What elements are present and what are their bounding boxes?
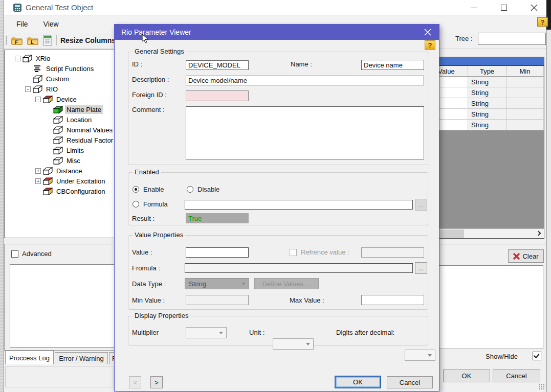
folder-l-icon[interactable]: L: [27, 35, 39, 45]
cell-type[interactable]: String: [468, 77, 506, 87]
clear-button[interactable]: Clear: [508, 249, 544, 263]
tree-item-location[interactable]: Location: [5, 114, 117, 125]
tree-item-label[interactable]: RIO: [45, 85, 59, 94]
reference-value-checkbox[interactable]: [290, 249, 297, 256]
collapse-icon[interactable]: -: [25, 86, 31, 92]
vp-formula-input[interactable]: [185, 263, 413, 273]
tree-item-label[interactable]: Name Plate: [65, 105, 103, 114]
tree-field-input[interactable]: [478, 33, 546, 45]
foreign-id-input[interactable]: [186, 90, 249, 101]
table-row[interactable]: String: [425, 77, 544, 87]
comment-textarea[interactable]: [186, 106, 424, 159]
folder-f-icon[interactable]: F: [11, 35, 23, 45]
cell-type[interactable]: String: [468, 87, 506, 98]
tree-item-label[interactable]: CBConfiguration: [55, 187, 106, 196]
max-value-input[interactable]: [361, 295, 424, 305]
column-header-type[interactable]: Type: [468, 66, 506, 77]
tree-item-label[interactable]: Distance: [55, 167, 84, 175]
tree-item-custom[interactable]: Custom: [5, 74, 117, 84]
enable-radio[interactable]: [133, 186, 139, 193]
tree-item-cbconfiguration[interactable]: CBConfiguration: [5, 186, 117, 196]
tree-item-name-plate[interactable]: Name Plate: [5, 104, 117, 114]
tree-item-label[interactable]: Device: [55, 95, 78, 104]
show-hide-checkbox[interactable]: [533, 352, 541, 360]
tree-item-nominal-values[interactable]: Nominal Values: [5, 125, 117, 135]
cell-type[interactable]: String: [468, 120, 506, 130]
collapse-icon[interactable]: -: [15, 56, 20, 61]
tree-item-distance[interactable]: +Distance: [5, 166, 117, 176]
cell-min[interactable]: [506, 109, 544, 120]
unit-dropdown[interactable]: [273, 338, 314, 350]
minimize-button[interactable]: [464, 1, 484, 15]
cell-min[interactable]: [506, 87, 544, 98]
vp-formula-browse-button[interactable]: ...: [415, 262, 427, 274]
enabled-formula-browse-button[interactable]: ...: [415, 199, 427, 211]
tree-item-label[interactable]: Residual Factor: [65, 136, 115, 145]
menu-file[interactable]: File: [11, 15, 33, 33]
value-input[interactable]: [186, 247, 249, 258]
tree-item-label[interactable]: XRio: [34, 54, 52, 63]
grid-sheet-icon[interactable]: [42, 35, 53, 46]
tree-item-label[interactable]: Limits: [65, 146, 85, 155]
table-row[interactable]: String: [425, 120, 544, 130]
tab-process-log[interactable]: Proccess Log: [5, 351, 54, 364]
maximize-button[interactable]: [494, 1, 514, 15]
cell-min[interactable]: [506, 98, 544, 109]
table-h-scrollbar[interactable]: [425, 228, 544, 238]
formula-radio[interactable]: [133, 201, 139, 207]
next-button[interactable]: >: [150, 376, 163, 388]
tree-item-label[interactable]: Script Functions: [45, 64, 95, 73]
min-value-input[interactable]: [186, 295, 249, 305]
tree-item-label[interactable]: Misc: [65, 156, 82, 165]
dialog-close-icon[interactable]: [424, 29, 431, 36]
scroll-right-icon[interactable]: [536, 231, 541, 236]
tree-item-label[interactable]: Location: [65, 116, 93, 124]
enabled-formula-label: Formula: [143, 200, 168, 209]
description-input[interactable]: [186, 76, 424, 85]
dialog-titlebar[interactable]: Rio Parameter Viewer: [115, 25, 439, 40]
cell-min[interactable]: [506, 120, 544, 130]
tree-item-residual-factor[interactable]: Residual Factor: [5, 135, 117, 145]
advanced-checkbox[interactable]: [11, 250, 18, 258]
expand-icon[interactable]: +: [35, 168, 41, 174]
name-input[interactable]: [361, 60, 424, 70]
expand-icon[interactable]: +: [35, 178, 41, 184]
dialog-ok-button[interactable]: OK: [335, 376, 381, 388]
column-header-min[interactable]: Min: [506, 66, 544, 77]
tree-item-script-functions[interactable]: Script Functions: [5, 63, 117, 74]
tree-item-misc[interactable]: Misc: [5, 155, 117, 166]
collapse-icon[interactable]: -: [35, 97, 41, 102]
table-row[interactable]: String: [425, 98, 544, 109]
tree-item-device[interactable]: -Device: [5, 94, 117, 104]
advanced-listbox[interactable]: [10, 264, 117, 348]
tree-item-under-excitation[interactable]: +Under Excitation: [5, 176, 117, 186]
dialog-cancel-button[interactable]: Cancel: [387, 376, 433, 388]
tab-error-warning[interactable]: Error / Warning: [55, 352, 108, 364]
enabled-formula-input[interactable]: [185, 200, 413, 210]
multiplier-dropdown[interactable]: [186, 327, 227, 338]
close-button[interactable]: [524, 1, 544, 15]
tree-item-xrio[interactable]: -XRio: [5, 53, 117, 63]
table-caption-bar[interactable]: [425, 57, 544, 66]
digits-dropdown[interactable]: [405, 350, 435, 361]
main-help-button[interactable]: ?: [537, 17, 548, 27]
tree-item-label[interactable]: Under Excitation: [55, 177, 106, 186]
tree-item-label[interactable]: Custom: [45, 75, 71, 83]
result-listbox[interactable]: [426, 265, 543, 349]
menu-view[interactable]: View: [38, 15, 64, 33]
cell-type[interactable]: String: [468, 98, 506, 109]
table-row[interactable]: String: [425, 109, 544, 120]
tree-item-label[interactable]: Nominal Values: [65, 126, 114, 134]
panel-cancel-button[interactable]: Cancel: [493, 370, 540, 382]
tree-item-rio[interactable]: -RIO: [5, 84, 117, 94]
panel-ok-button[interactable]: OK: [443, 370, 490, 382]
tree-item-limits[interactable]: Limits: [5, 145, 117, 155]
cell-min[interactable]: [506, 77, 544, 87]
cell-type[interactable]: String: [468, 109, 506, 120]
dialog-help-button[interactable]: ?: [425, 40, 435, 50]
disable-radio[interactable]: [187, 186, 193, 193]
prev-button[interactable]: <: [129, 376, 141, 388]
id-input[interactable]: [186, 60, 249, 70]
resize-grip[interactable]: [539, 384, 545, 390]
table-row[interactable]: String: [425, 87, 544, 98]
